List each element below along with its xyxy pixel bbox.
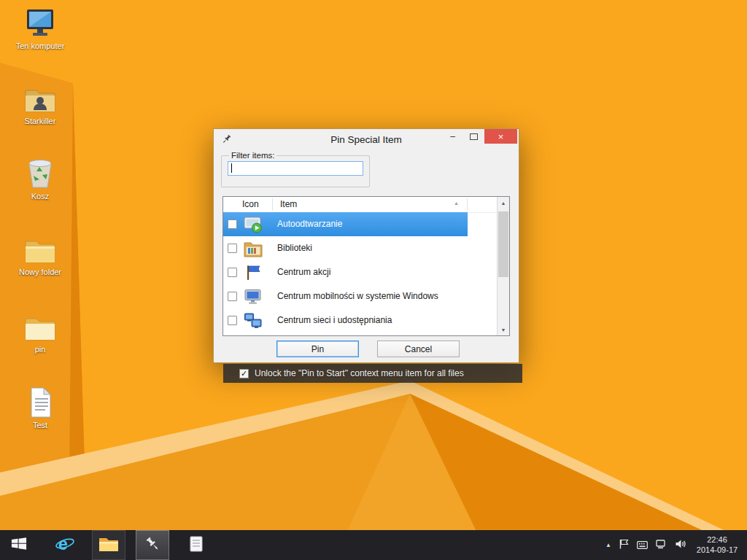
pin-special-item-window: Pin Special Item – × Filter items: Icon … [213, 128, 519, 363]
minimize-icon: – [450, 131, 455, 141]
column-separator [467, 198, 468, 211]
list-item-biblioteki[interactable]: Biblioteki [223, 236, 468, 260]
desktop-icon-label: Starkiller [25, 117, 56, 126]
list-item-autoodtwarzanie[interactable]: Autoodtwarzanie [223, 212, 468, 236]
action-center-icon [244, 263, 263, 281]
desktop-icon-test[interactable]: Test [6, 385, 74, 430]
list-header: Icon Item ▲ [223, 197, 509, 213]
close-icon: × [498, 131, 504, 142]
tray-clock[interactable]: 22:46 2014-09-17 [694, 535, 740, 556]
vertical-scrollbar[interactable]: ▲ ▼ [497, 197, 509, 335]
column-header-item[interactable]: Item [280, 199, 297, 209]
computer-icon [23, 6, 57, 39]
row-label: Biblioteki [277, 243, 312, 253]
desktop-icon-label: Nowy folder [19, 268, 61, 277]
checkmark-icon: ✓ [241, 370, 247, 378]
internet-explorer-icon: e [55, 534, 75, 557]
action-center-flag-icon[interactable] [619, 539, 629, 552]
unlock-checkbox[interactable]: ✓ [239, 369, 249, 378]
taskbar-file-explorer-button[interactable] [92, 530, 125, 560]
libraries-icon [244, 239, 263, 257]
row-checkbox[interactable] [228, 244, 237, 253]
filter-group: Filter items: [221, 151, 370, 187]
maximize-icon [470, 133, 478, 140]
item-list: Icon Item ▲ Autoodtwarzanie [222, 196, 510, 336]
unlock-label[interactable]: Unlock the "Pin to Start" context menu i… [255, 368, 464, 378]
close-button[interactable]: × [484, 129, 517, 144]
filter-group-label: Filter items: [229, 151, 276, 160]
taskbar-internet-explorer-button[interactable]: e [48, 530, 82, 560]
system-tray: ▲ [605, 530, 747, 560]
scroll-up-icon: ▲ [501, 201, 506, 206]
minimize-button[interactable]: – [442, 129, 463, 144]
user-folder-icon [23, 81, 57, 114]
desktop-icon-label: Test [33, 421, 47, 430]
desktop-icon-label: pin [35, 345, 46, 354]
row-checkbox[interactable] [228, 316, 237, 325]
desktop-icon-kosz[interactable]: Kosz [6, 156, 74, 201]
svg-text:e: e [58, 534, 68, 553]
text-file-icon [26, 385, 55, 419]
maximize-button[interactable] [463, 129, 484, 144]
list-item-centrum-sieci[interactable]: Centrum sieci i udostępniania [223, 308, 468, 332]
scroll-down-icon: ▼ [501, 327, 506, 332]
notepad-icon [189, 535, 204, 556]
scroll-up-button[interactable]: ▲ [498, 197, 509, 209]
file-explorer-icon [98, 536, 119, 555]
titlebar[interactable]: Pin Special Item – × [214, 129, 519, 149]
desktop-icon-pin[interactable]: pin [6, 309, 74, 354]
taskbar: e [0, 530, 747, 560]
scrollbar-thumb[interactable] [498, 211, 508, 277]
desktop-icon-starkiller[interactable]: Starkiller [6, 81, 74, 126]
row-checkbox[interactable] [228, 292, 237, 301]
volume-icon[interactable] [675, 539, 686, 552]
column-header-icon[interactable]: Icon [242, 199, 259, 209]
hidden-icons-chevron-icon[interactable]: ▲ [605, 542, 611, 548]
mobility-center-icon [244, 287, 263, 306]
clock-date: 2014-09-17 [697, 545, 738, 556]
unlock-bar: ✓ Unlock the "Pin to Start" context menu… [223, 364, 522, 383]
pushpin-icon [221, 133, 232, 148]
desktop-icon-ten-komputer[interactable]: Ten komputer [6, 6, 74, 51]
pushpin-icon [144, 535, 161, 556]
row-label: Autoodtwarzanie [277, 219, 342, 229]
row-label: Centrum sieci i udostępniania [277, 315, 392, 325]
clock-time: 22:46 [707, 535, 727, 545]
folder-icon [23, 232, 57, 265]
taskbar-pin-app-button[interactable] [136, 530, 169, 560]
list-item-centrum-mobilnosci[interactable]: Centrum mobilności w systemie Windows [223, 284, 468, 308]
list-item-centrum-akcji[interactable]: Centrum akcji [223, 260, 468, 284]
sort-ascending-icon: ▲ [454, 201, 459, 206]
row-checkbox[interactable] [228, 219, 237, 229]
desktop-icon-label: Ten komputer [16, 42, 65, 51]
row-checkbox[interactable] [228, 268, 237, 277]
pin-button[interactable]: Pin [276, 341, 359, 357]
row-label: Centrum mobilności w systemie Windows [277, 291, 438, 301]
column-separator [272, 198, 273, 211]
list-rows: Autoodtwarzanie Biblioteki [223, 212, 497, 335]
network-center-icon [244, 311, 263, 330]
windows-logo-icon [11, 537, 27, 553]
text-caret [231, 163, 232, 173]
row-label: Centrum akcji [277, 267, 330, 277]
start-button[interactable] [0, 530, 38, 560]
touch-keyboard-icon[interactable] [637, 539, 648, 552]
folder-icon [23, 309, 57, 343]
autoplay-icon [244, 215, 263, 233]
cancel-button[interactable]: Cancel [377, 341, 460, 357]
taskbar-notepad-button[interactable] [179, 530, 213, 560]
scroll-down-button[interactable]: ▼ [498, 324, 509, 335]
network-icon[interactable] [656, 539, 667, 552]
recycle-bin-icon [24, 156, 56, 190]
filter-input[interactable] [228, 161, 363, 176]
desktop-icon-label: Kosz [31, 192, 49, 201]
desktop-icon-nowy-folder[interactable]: Nowy folder [6, 232, 74, 277]
